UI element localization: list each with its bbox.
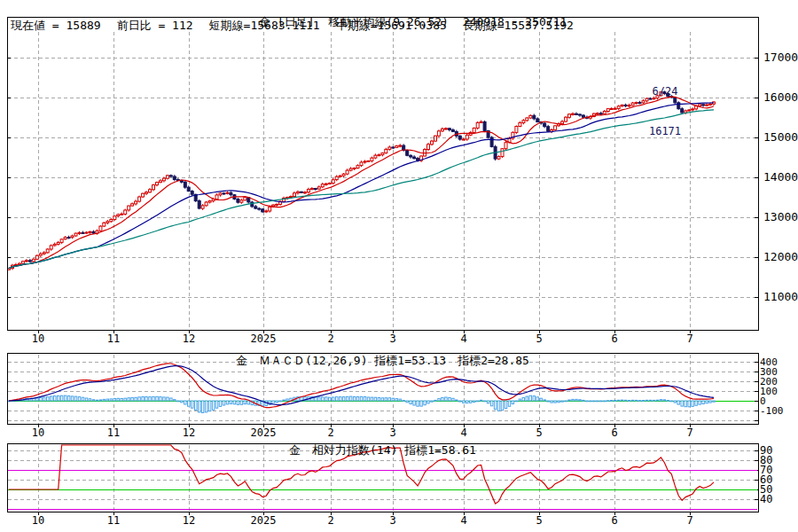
candle xyxy=(240,200,243,202)
rsi-axis-label: 40 xyxy=(760,493,772,505)
candle xyxy=(395,146,398,148)
candle xyxy=(156,183,159,185)
macd-histogram-bar xyxy=(388,398,390,401)
candle xyxy=(483,121,486,130)
macd-histogram-bar xyxy=(233,401,235,404)
candle xyxy=(434,136,437,141)
macd-histogram-bar xyxy=(188,401,190,406)
macd-histogram-bar xyxy=(64,395,66,401)
candle xyxy=(335,176,338,179)
candle xyxy=(184,182,186,187)
candle xyxy=(300,192,302,192)
candle xyxy=(526,118,528,121)
macd-histogram-bar xyxy=(117,398,119,401)
candle xyxy=(258,208,261,209)
macd-histogram-bar xyxy=(586,401,588,402)
macd-histogram-bar xyxy=(131,397,133,401)
x-axis-label: 12 xyxy=(183,426,195,439)
candle xyxy=(149,190,152,192)
price-axis-label: 12000 xyxy=(763,250,798,263)
macd-histogram-bar xyxy=(96,400,98,401)
candle xyxy=(99,226,102,231)
macd-histogram-bar xyxy=(340,397,341,401)
macd-histogram-bar xyxy=(272,401,274,403)
candle xyxy=(462,139,465,140)
price-axis-label: 16000 xyxy=(763,90,798,104)
candle xyxy=(617,106,620,109)
candle xyxy=(131,204,134,206)
macd-histogram-bar xyxy=(508,401,510,406)
macd-histogram-bar xyxy=(279,401,281,402)
macd-histogram-bar xyxy=(121,399,122,402)
macd-histogram-bar xyxy=(572,399,574,401)
x-axis-label: 2 xyxy=(327,332,333,345)
candle xyxy=(437,131,440,136)
candle xyxy=(67,238,70,239)
macd-histogram-bar xyxy=(195,401,197,410)
macd-histogram-bar xyxy=(184,401,186,404)
macd-histogram-bar xyxy=(487,401,489,403)
high-annotation-value: 16171 xyxy=(630,125,700,138)
price-axis-label: 15000 xyxy=(763,130,798,144)
macd-histogram-bar xyxy=(533,396,535,401)
x-axis-label: 4 xyxy=(460,426,466,439)
macd-histogram-bar xyxy=(611,401,613,402)
macd-histogram-bar xyxy=(544,400,545,401)
macd-histogram-bar xyxy=(410,401,411,404)
candle xyxy=(599,113,602,114)
rsi-panel-title: 金 相対力指数(14) 指標1=58.61 xyxy=(7,443,758,457)
macd-histogram-bar xyxy=(36,398,38,401)
candle xyxy=(135,201,137,204)
macd-histogram-bar xyxy=(497,401,499,411)
macd-histogram-bar xyxy=(674,401,676,403)
macd-histogram-bar xyxy=(374,397,376,401)
macd-histogram-bar xyxy=(247,401,249,404)
macd-histogram-bar xyxy=(128,398,129,401)
macd-histogram-bar xyxy=(346,396,348,401)
candle xyxy=(138,197,141,201)
x-axis-label: 4 xyxy=(460,514,466,527)
macd-histogram-bar xyxy=(360,396,362,401)
macd-histogram-bar xyxy=(371,397,372,401)
candle xyxy=(28,261,31,262)
candle xyxy=(706,105,708,106)
candle xyxy=(145,192,148,193)
macd-histogram-bar xyxy=(424,401,426,405)
macd-histogram-bar xyxy=(54,396,56,401)
candle xyxy=(497,157,500,160)
macd-histogram-bar xyxy=(681,401,683,406)
x-axis-label: 12 xyxy=(183,332,195,345)
candle xyxy=(166,176,168,178)
macd-histogram-bar xyxy=(318,397,320,401)
candle xyxy=(321,184,324,187)
candle xyxy=(57,242,59,244)
macd-histogram-bar xyxy=(709,401,711,403)
macd-histogram-bar xyxy=(124,398,126,401)
macd-histogram-bar xyxy=(170,398,172,401)
candle xyxy=(451,130,454,132)
candle xyxy=(476,122,479,128)
macd-histogram-bar xyxy=(342,397,344,401)
macd-histogram-bar xyxy=(201,401,203,413)
candle xyxy=(43,253,45,254)
macd-histogram-bar xyxy=(575,399,577,401)
candle xyxy=(293,193,296,197)
candle xyxy=(153,185,155,190)
candle xyxy=(709,104,712,105)
candle xyxy=(505,143,507,149)
x-axis-label: 11 xyxy=(107,426,120,439)
macd-histogram-bar xyxy=(642,401,644,402)
macd-histogram-bar xyxy=(181,401,183,403)
macd-histogram-bar xyxy=(477,401,479,402)
macd-histogram-bar xyxy=(82,397,83,401)
macd-histogram-bar xyxy=(420,401,422,406)
candle xyxy=(427,145,430,150)
macd-histogram-bar xyxy=(692,401,693,406)
macd-histogram-bar xyxy=(579,400,581,401)
x-axis-label: 7 xyxy=(686,332,692,345)
candle xyxy=(568,114,571,118)
macd-histogram-bar xyxy=(99,400,101,401)
candle xyxy=(431,141,434,145)
macd-histogram-bar xyxy=(167,397,168,401)
candle xyxy=(219,193,222,195)
